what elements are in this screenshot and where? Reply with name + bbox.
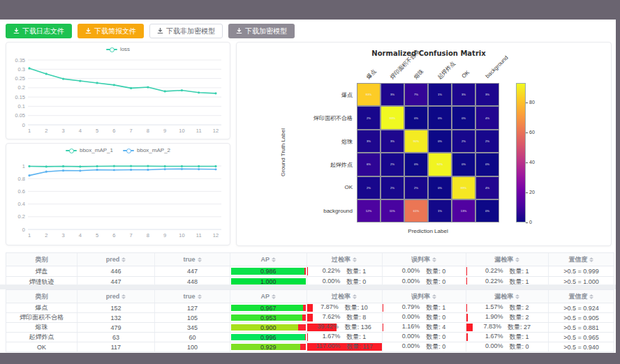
misjudge-cell: 0.00%数量: 0 xyxy=(383,266,466,276)
header-cell-3[interactable]: AP xyxy=(230,290,307,303)
matrix-cell: 2% xyxy=(381,176,404,199)
sort-caret-icon xyxy=(353,294,357,299)
rate-count: 数量: 27 xyxy=(508,323,531,332)
rate-bar xyxy=(466,333,468,341)
matrix-cell-value: 90% xyxy=(413,139,419,142)
colorbar-tick-label: 0 xyxy=(529,220,532,225)
header-cell-4[interactable]: 过检率 xyxy=(307,253,383,266)
header-label: 误判率 xyxy=(411,292,430,301)
table-row: OK1171000.929117.00%数量: 1170.00%数量: 00.0… xyxy=(6,342,614,352)
svg-text:0.2: 0.2 xyxy=(18,84,25,91)
header-cell-1[interactable]: pred xyxy=(78,290,155,303)
ap-value: 0.996 xyxy=(260,334,276,341)
matrix-cell: 83% xyxy=(357,83,381,106)
header-label: 漏检率 xyxy=(494,292,513,301)
colorbar-tick-label: 60 xyxy=(529,130,535,135)
rate-count: 数量: 0 xyxy=(426,333,445,342)
ap-cell: 0.996 xyxy=(230,333,307,342)
download-plain-model-button[interactable]: 下载非加密模型 xyxy=(149,24,223,38)
overdetect-cell: 0.22%数量: 1 xyxy=(307,266,383,276)
matrix-y-axis-label: Ground Truth Label xyxy=(280,128,286,176)
matrix-cell: 0% xyxy=(404,106,428,129)
matrix-cell-value: 2% xyxy=(367,116,371,119)
header-cell-5[interactable]: 误判率 xyxy=(383,290,466,303)
header-cell-3[interactable]: AP xyxy=(230,253,307,266)
confusion-matrix-title: Normalized Confusion Matrix xyxy=(327,50,530,57)
rate-percent: 0.00% xyxy=(323,278,341,287)
rate-count: 数量: 1 xyxy=(426,303,445,312)
header-cell-1[interactable]: pred xyxy=(78,253,155,266)
header-label: 类别 xyxy=(35,292,47,301)
ap-cell: 0.967 xyxy=(230,303,307,312)
ap-value: 0.986 xyxy=(260,268,276,275)
rate-bar xyxy=(466,314,468,321)
header-cell-7[interactable]: 置信度 xyxy=(549,253,614,266)
matrix-cell-value: 0% xyxy=(462,116,466,119)
confidence-value: >0.5 = 0.924 xyxy=(563,305,599,312)
header-cell-6[interactable]: 漏检率 xyxy=(466,290,549,303)
rate-bar xyxy=(383,324,383,331)
svg-text:11: 11 xyxy=(196,232,202,238)
matrix-cell: 4% xyxy=(475,106,499,129)
category-cell: 起焊炸点 xyxy=(6,333,78,342)
matrix-cell-value: 92% xyxy=(437,163,443,166)
matrix-cell-value: 93% xyxy=(390,116,395,119)
download-report-label: 下载简报文件 xyxy=(94,26,136,36)
rate-count: 数量: 1 xyxy=(509,267,529,276)
matrix-cell-value: 0% xyxy=(438,139,442,142)
summary-table-2: 类别predtrueAP过检率误判率漏检率置信度爆点1521270.9677.8… xyxy=(6,289,614,352)
rate-percent: 1.16% xyxy=(402,323,420,332)
matrix-cell: 0% xyxy=(452,153,475,176)
true-cell: 127 xyxy=(155,303,230,312)
header-cell-7[interactable]: 置信度 xyxy=(549,290,614,303)
colorbar-tick-mark xyxy=(526,103,528,103)
matrix-colorbar xyxy=(516,83,526,222)
rate-bar xyxy=(307,333,309,341)
svg-text:0.2: 0.2 xyxy=(18,213,25,220)
svg-text:0: 0 xyxy=(22,227,25,233)
svg-text:5: 5 xyxy=(96,128,98,134)
ap-value: 1.000 xyxy=(260,278,276,285)
confidence-cell: >0.5 = 0.905 xyxy=(549,313,614,322)
rate-count: 数量: 0 xyxy=(426,267,445,276)
sort-caret-icon xyxy=(432,294,436,299)
svg-text:11: 11 xyxy=(196,128,202,134)
true-value: 447 xyxy=(187,268,198,275)
matrix-cell-value: 2% xyxy=(485,139,489,142)
svg-text:8: 8 xyxy=(147,128,149,134)
download-plain-model-label: 下载非加密模型 xyxy=(166,26,215,36)
svg-text:5: 5 xyxy=(96,232,98,238)
matrix-cell: 0% xyxy=(404,153,428,176)
misjudge-cell: 1.16%数量: 4 xyxy=(383,323,466,332)
matrix-cell: 2% xyxy=(357,106,381,129)
svg-text:12: 12 xyxy=(213,128,219,134)
matrix-cell: 0% xyxy=(428,130,452,153)
rate-percent: 0.00% xyxy=(402,267,420,276)
header-label: pred xyxy=(106,256,120,263)
header-cell-0: 类别 xyxy=(6,253,78,266)
matrix-cell-value: 4% xyxy=(485,116,489,119)
svg-text:0.15: 0.15 xyxy=(15,94,25,100)
header-cell-4[interactable]: 过检率 xyxy=(307,290,383,303)
download-report-button[interactable]: 下载简报文件 xyxy=(78,24,144,38)
header-cell-5[interactable]: 误判率 xyxy=(383,253,466,266)
summary-table-1: 类别predtrueAP过检率误判率漏检率置信度焊盘4464470.9860.2… xyxy=(6,252,614,287)
download-log-button[interactable]: 下载日志文件 xyxy=(6,24,72,38)
pred-value: 132 xyxy=(110,314,121,321)
pred-cell: 152 xyxy=(78,303,155,312)
matrix-cell-value: 61% xyxy=(413,210,419,213)
sort-caret-icon xyxy=(121,257,126,262)
svg-text:10: 10 xyxy=(179,232,184,238)
svg-text:2: 2 xyxy=(45,232,47,238)
colorbar-tick-mark xyxy=(526,192,528,193)
header-cell-2[interactable]: true xyxy=(155,290,230,303)
download-encrypted-model-button[interactable]: 下载加密模型 xyxy=(228,24,295,38)
table-row: 爆点1521270.9677.87%数量: 100.79%数量: 11.57%数… xyxy=(6,303,614,313)
header-cell-6[interactable]: 漏检率 xyxy=(466,253,549,266)
header-cell-2[interactable]: true xyxy=(155,253,230,266)
matrix-col-label: background xyxy=(485,54,510,79)
loss-line-chart: 00.050.10.150.20.250.30.3512345678910111… xyxy=(6,43,230,139)
svg-text:3: 3 xyxy=(61,128,64,134)
download-toolbar: 下载日志文件 下载简报文件 下载非加密模型 下载加密模型 xyxy=(6,24,295,39)
rate-percent: 7.83% xyxy=(483,323,501,332)
